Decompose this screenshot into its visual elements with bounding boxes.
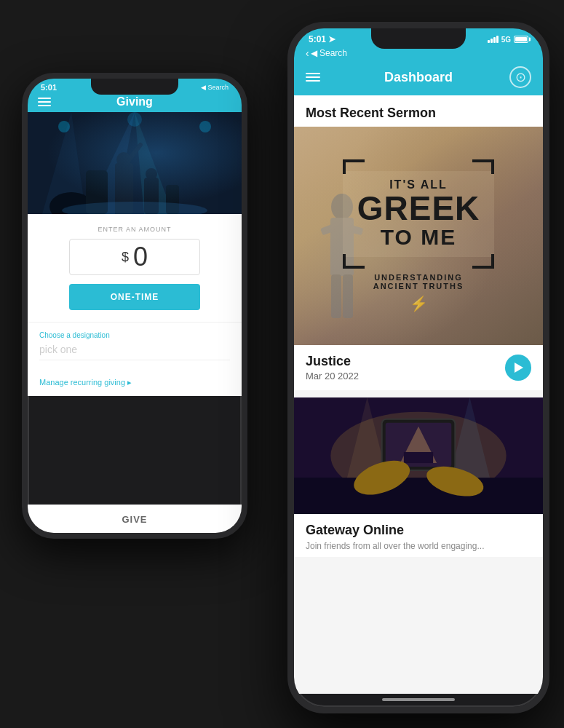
bracket-right (472, 159, 494, 174)
chevron-left-icon: ‹ (306, 47, 309, 59)
give-bottom-bar: GIVE (28, 505, 242, 533)
bracket-bot (343, 254, 495, 269)
hero-overlay (28, 112, 242, 214)
giving-content: ENTER AN AMOUNT $ 0 ONE-TIME Choose a de… (28, 214, 242, 396)
sermon-text-info: Justice Mar 20 2022 (306, 354, 359, 381)
manage-recurring-link[interactable]: Manage recurring giving ▸ (28, 369, 242, 396)
sermon-title: Justice (306, 354, 359, 369)
gateway-info: Gateway Online Join friends from all ove… (294, 514, 543, 557)
amount-value: 0 (133, 242, 148, 272)
sermon-date: Mar 20 2022 (306, 371, 359, 381)
designation-section: Choose a designation pick one (28, 322, 242, 369)
sermon-info: Justice Mar 20 2022 (294, 345, 543, 390)
gateway-image (294, 397, 543, 514)
time-front: 5:01 ➤ (309, 34, 335, 44)
search-back-label: ◀ Search (311, 48, 347, 58)
hamburger-front[interactable] (306, 73, 320, 82)
phone-giving: 5:01 ◀ Search Giving (22, 73, 247, 539)
giving-hero-image (28, 112, 242, 214)
gateway-title: Gateway Online (306, 523, 531, 538)
gateway-img-content (294, 397, 543, 514)
play-icon (515, 363, 523, 373)
designation-picker[interactable]: pick one (39, 344, 230, 360)
gateway-description: Join friends from all over the world eng… (306, 541, 531, 551)
amount-box[interactable]: $ 0 (69, 239, 200, 275)
sermon-line5: ANCIENT TRUTHS (343, 282, 495, 290)
back-search[interactable]: ‹ ◀ Search (306, 47, 347, 59)
sermon-text-overlay: IT'S ALL GREEK TO ME UNDERSTANDING ANCIE… (328, 145, 509, 327)
sermon-image: IT'S ALL GREEK TO ME UNDERSTANDING ANCIE… (294, 127, 543, 345)
one-time-button[interactable]: ONE-TIME (69, 284, 200, 310)
sermon-line4: UNDERSTANDING (343, 273, 495, 282)
avatar-icon: ⊙ (515, 69, 526, 85)
battery-icon (514, 36, 528, 43)
play-button[interactable] (505, 355, 531, 381)
phone-dashboard: 5:01 ➤ 5G ‹ ◀ Search (287, 22, 549, 713)
dollar-sign: $ (122, 250, 129, 265)
signal-bars (488, 36, 499, 43)
designation-label: Choose a designation (39, 331, 230, 339)
sermon-line3: TO ME (357, 225, 480, 250)
sermon-line2: GREEK (357, 191, 480, 225)
dashboard-title: Dashboard (384, 70, 453, 85)
sermon-card[interactable]: IT'S ALL GREEK TO ME UNDERSTANDING ANCIE… (294, 127, 543, 390)
bracket-left (343, 159, 365, 174)
network-label: 5G (501, 36, 511, 44)
church-logo: ⚡ (343, 295, 495, 312)
hamburger-back[interactable] (38, 98, 51, 106)
notch-back (91, 79, 178, 95)
user-avatar[interactable]: ⊙ (509, 66, 531, 88)
back-nav-label: ◀ Search (201, 84, 229, 91)
gateway-card[interactable]: Gateway Online Join friends from all ove… (294, 397, 543, 557)
dashboard-content: Most Recent Sermon (294, 95, 543, 694)
nav-bar-back: Giving (28, 93, 242, 112)
give-button-label[interactable]: GIVE (122, 514, 147, 525)
amount-section: ENTER AN AMOUNT $ 0 ONE-TIME (28, 214, 242, 322)
scene: 5:01 ◀ Search Giving (0, 0, 564, 728)
time-back: 5:01 (41, 83, 57, 92)
bracket-bot-right (472, 254, 494, 269)
amount-label: ENTER AN AMOUNT (98, 226, 171, 233)
svg-rect-30 (404, 452, 433, 463)
status-right: 5G (488, 36, 528, 44)
nav-bar-front: Dashboard ⊙ (294, 63, 543, 95)
giving-title: Giving (116, 95, 153, 108)
notch-front (371, 28, 466, 49)
bracket-bot-left (343, 254, 365, 269)
svg-rect-26 (294, 478, 543, 514)
home-indicator (382, 698, 455, 701)
most-recent-heading: Most Recent Sermon (294, 95, 543, 127)
